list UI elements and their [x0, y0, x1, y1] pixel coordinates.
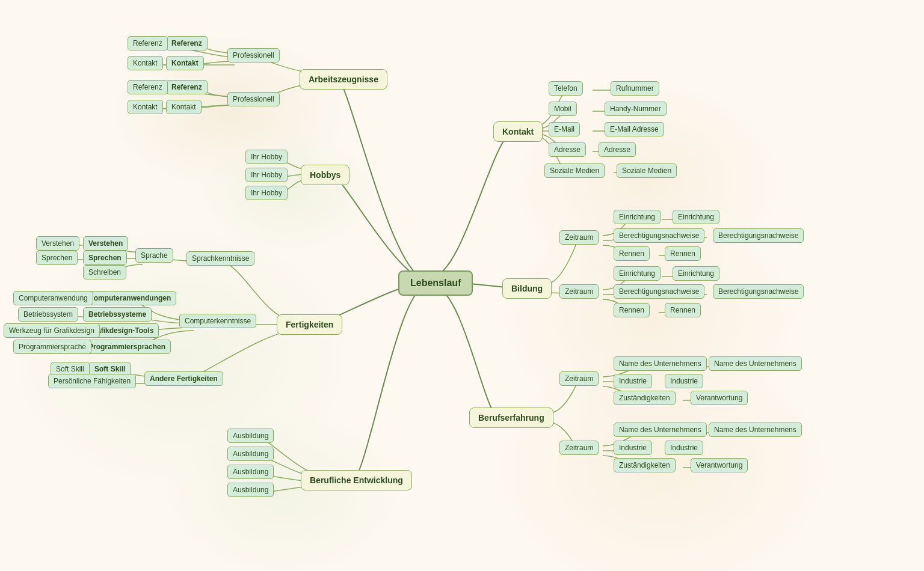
berufliche-entwicklung-node: Berufliche Entwicklung — [301, 470, 412, 490]
kontakt-2: Kontakt — [166, 100, 202, 114]
hobby-3: Ihr Hobby — [245, 186, 288, 200]
einrichtung-b2: Einrichtung — [614, 266, 661, 281]
zeitraum-b2: Zeitraum — [559, 284, 599, 299]
andere-fertigkeiten-node: Andere Fertigkeiten — [144, 371, 223, 386]
hobbys-node: Hobbys — [301, 165, 350, 185]
berufserfahrung-node: Berufserfahrung — [469, 408, 553, 428]
email-adresse-node: E-Mail Adresse — [605, 122, 664, 136]
kontakt-3: Kontakt — [128, 100, 163, 114]
ausbildung-2: Ausbildung — [227, 447, 274, 461]
name-unternehmen-2-val: Name des Unternehmens — [709, 423, 802, 437]
zeitraum-be1: Zeitraum — [559, 371, 599, 386]
soziale-val-node: Soziale Medien — [617, 163, 677, 178]
rufnummer-node: Rufnummer — [611, 81, 659, 96]
berech-b1-val: Berechtigungsnachweise — [713, 228, 804, 243]
zustaendigkeiten-2: Zuständigkeiten — [614, 458, 676, 472]
professionell-1-node: Professionell — [227, 48, 280, 63]
sprache-node: Sprache — [135, 248, 173, 263]
rennen-b1-val: Rennen — [665, 246, 701, 261]
verantwortung-1: Verantwortung — [691, 391, 748, 405]
schreiben-node: Schreiben — [83, 265, 126, 279]
berech-b2: Berechtigungsnachweise — [614, 284, 704, 299]
zeitraum-be2: Zeitraum — [559, 441, 599, 455]
referenz-1: Referenz — [128, 36, 168, 50]
name-unternehmen-2: Name des Unternehmens — [614, 423, 707, 437]
kontakt-bold-1: Kontakt — [166, 56, 204, 70]
handy-node: Handy-Nummer — [605, 102, 667, 116]
industrie-1: Industrie — [614, 374, 652, 388]
grafikdesign-node: Werkzeug für Grafikdesign — [4, 323, 100, 338]
kontakt-1: Kontakt — [128, 56, 163, 70]
einrichtung-b1-val: Einrichtung — [673, 210, 719, 224]
adresse-node: Adresse — [549, 142, 586, 157]
programmiersprache-node: Programmiersprache — [13, 340, 91, 354]
rennen-b2-val: Rennen — [665, 303, 701, 317]
mobil-node: Mobil — [549, 102, 577, 116]
industrie-1-val: Industrie — [665, 374, 703, 388]
rennen-b2: Rennen — [614, 303, 650, 317]
referenz-bold-1: Referenz — [166, 36, 208, 50]
berech-b2-val: Berechtigungsnachweise — [713, 284, 804, 299]
rennen-b1: Rennen — [614, 246, 650, 261]
mindmap-container: Lebenslauf Arbeitszeugnisse Professionel… — [0, 0, 924, 571]
zustaendigkeiten-1: Zuständigkeiten — [614, 391, 676, 405]
industrie-2-val: Industrie — [665, 441, 703, 455]
center-label: Lebenslauf — [410, 278, 461, 289]
betriebssysteme-bold: Betriebssysteme — [83, 307, 152, 322]
sprachkenntnisse-node: Sprachkenntnisse — [186, 251, 254, 266]
computeranwendung-node: Computeranwendung — [13, 291, 93, 305]
sprechen-bold: Sprechen — [83, 251, 127, 265]
programmiersprachen-bold: Programmiersprachen — [83, 340, 171, 354]
arbeitszeugnisse-node: Arbeitszeugnisse — [300, 69, 387, 90]
einrichtung-b2-val: Einrichtung — [673, 266, 719, 281]
betriebssystem-node: Betriebssystem — [18, 307, 78, 322]
verstehen-bold: Verstehen — [83, 236, 128, 251]
name-unternehmen-1: Name des Unternehmens — [614, 356, 707, 371]
referenz-bold-2: Referenz — [166, 80, 208, 94]
name-unternehmen-1-val: Name des Unternehmens — [709, 356, 802, 371]
kontakt-node: Kontakt — [493, 121, 543, 142]
verstehen-node: Verstehen — [36, 236, 79, 251]
professionell-2-node: Professionell — [227, 92, 280, 106]
bildung-node: Bildung — [502, 278, 552, 299]
fertigkeiten-node: Fertigkeiten — [277, 314, 342, 335]
hobby-2: Ihr Hobby — [245, 168, 288, 182]
computerkenntnisse-node: Computerkenntnisse — [179, 314, 256, 328]
adresse-val-node: Adresse — [599, 142, 636, 157]
computeranwendungen-bold: Computeranwendungen — [83, 291, 176, 305]
berech-b1: Berechtigungsnachweise — [614, 228, 704, 243]
soziale-node: Soziale Medien — [544, 163, 605, 178]
ausbildung-3: Ausbildung — [227, 465, 274, 479]
einrichtung-b1: Einrichtung — [614, 210, 661, 224]
referenz-2: Referenz — [128, 80, 168, 94]
verantwortung-2: Verantwortung — [691, 458, 748, 472]
email-node: E-Mail — [549, 122, 580, 136]
hobby-1: Ihr Hobby — [245, 150, 288, 164]
center-node: Lebenslauf — [398, 270, 473, 296]
persoenliche-node: Persönliche Fähigkeiten — [48, 374, 136, 388]
ausbildung-1: Ausbildung — [227, 429, 274, 443]
sprechen-node: Sprechen — [36, 251, 78, 265]
industrie-2: Industrie — [614, 441, 652, 455]
zeitraum-b1: Zeitraum — [559, 230, 599, 245]
arbeitszeugnisse-label: Arbeitszeugnisse — [309, 75, 378, 84]
telefon-node: Telefon — [549, 81, 583, 96]
ausbildung-4: Ausbildung — [227, 483, 274, 497]
